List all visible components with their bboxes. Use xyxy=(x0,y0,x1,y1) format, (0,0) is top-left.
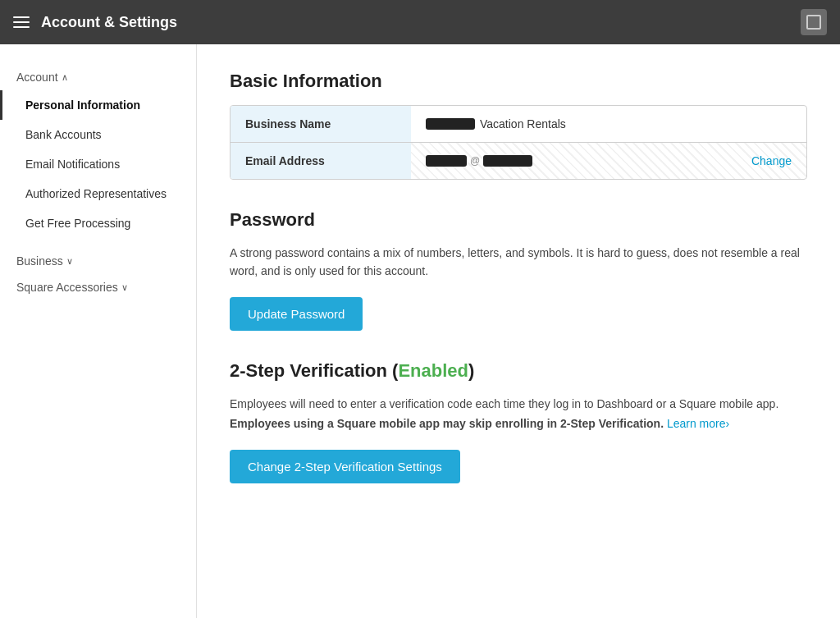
business-name-value: Vacation Rentals xyxy=(411,106,806,142)
account-caret-icon: ∧ xyxy=(62,72,68,83)
update-password-button[interactable]: Update Password xyxy=(230,297,363,331)
verification-title: 2-Step Verification (Enabled) xyxy=(230,360,807,382)
redacted-email-block-2 xyxy=(483,155,532,167)
basic-information-table: Business Name Vacation Rentals Email Add… xyxy=(230,105,807,180)
business-caret-icon: ∨ xyxy=(66,256,73,267)
square-accessories-label: Square Accessories xyxy=(16,281,118,294)
business-name-row: Business Name Vacation Rentals xyxy=(231,106,806,143)
redacted-name-block xyxy=(426,118,475,130)
sidebar-item-authorized-representatives[interactable]: Authorized Representatives xyxy=(0,179,196,208)
business-name-label: Business Name xyxy=(231,106,411,142)
basic-information-title: Basic Information xyxy=(230,71,807,92)
change-email-link[interactable]: Change xyxy=(751,154,792,167)
verification-description: Employees will need to enter a verificat… xyxy=(230,395,807,434)
learn-more-link[interactable]: Learn more› xyxy=(667,417,729,430)
square-logo-inner xyxy=(806,15,821,30)
verification-status-badge: Enabled xyxy=(398,360,468,381)
password-section: Password A strong password contains a mi… xyxy=(230,209,807,331)
main-content: Basic Information Business Name Vacation… xyxy=(197,44,840,618)
sidebar-section-square-accessories[interactable]: Square Accessories ∨ xyxy=(0,274,196,300)
sidebar-item-personal-information[interactable]: Personal Information xyxy=(0,90,196,120)
email-address-row: Email Address @ Change xyxy=(231,143,806,179)
change-verification-settings-button[interactable]: Change 2-Step Verification Settings xyxy=(230,450,460,483)
password-title: Password xyxy=(230,209,807,231)
nav-right xyxy=(801,9,827,35)
business-name-content: Vacation Rentals xyxy=(426,117,566,130)
top-nav: Account & Settings xyxy=(0,0,840,44)
sidebar-item-email-notifications[interactable]: Email Notifications xyxy=(0,149,196,179)
verification-desc-before: Employees will need to enter a verificat… xyxy=(230,397,778,410)
sidebar-section-account[interactable]: Account ∧ xyxy=(0,64,196,90)
business-name-text: Vacation Rentals xyxy=(480,117,566,130)
main-layout: Account ∧ Personal Information Bank Acco… xyxy=(0,44,840,618)
verification-title-text: 2-Step Verification xyxy=(230,360,387,381)
sidebar-item-get-free-processing[interactable]: Get Free Processing xyxy=(0,208,196,238)
nav-title: Account & Settings xyxy=(41,14,177,31)
two-step-verification-section: 2-Step Verification (Enabled) Employees … xyxy=(230,360,807,484)
business-section-label: Business xyxy=(16,254,63,268)
redacted-email-block-1 xyxy=(426,155,467,167)
email-address-value: @ Change xyxy=(411,143,806,179)
sidebar: Account ∧ Personal Information Bank Acco… xyxy=(0,44,197,618)
sidebar-item-bank-accounts[interactable]: Bank Accounts xyxy=(0,120,196,149)
square-logo-button[interactable] xyxy=(801,9,827,35)
at-symbol: @ xyxy=(470,155,480,167)
basic-information-section: Basic Information Business Name Vacation… xyxy=(230,71,807,180)
sidebar-section-business[interactable]: Business ∨ xyxy=(0,248,196,274)
account-section-label: Account xyxy=(16,71,58,84)
password-description: A strong password contains a mix of numb… xyxy=(230,244,807,281)
verification-desc-bold: Employees using a Square mobile app may … xyxy=(230,417,664,430)
email-address-label: Email Address xyxy=(231,143,411,179)
nav-left: Account & Settings xyxy=(13,14,177,31)
square-accessories-caret-icon: ∨ xyxy=(121,282,128,293)
hamburger-icon[interactable] xyxy=(13,16,30,28)
